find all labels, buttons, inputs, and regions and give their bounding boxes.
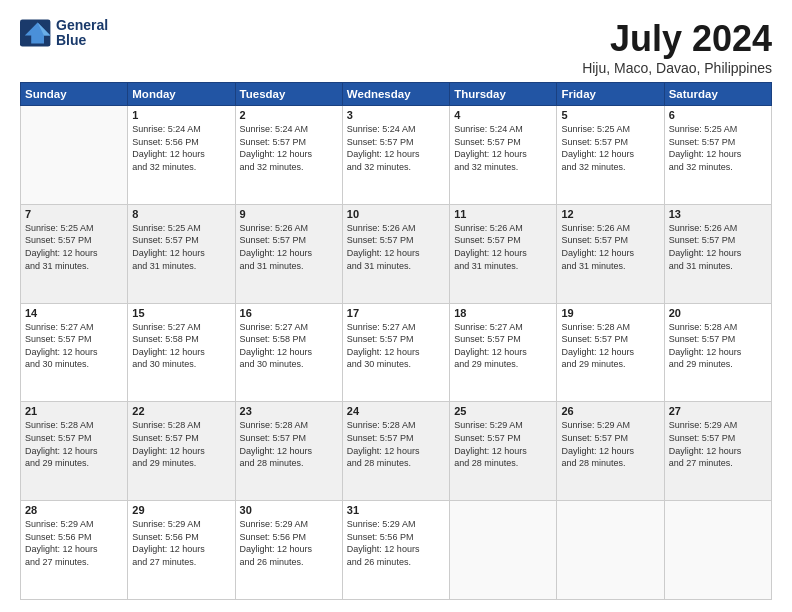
calendar-cell: 19Sunrise: 5:28 AMSunset: 5:57 PMDayligh… xyxy=(557,303,664,402)
header: General Blue July 2024 Hiju, Maco, Davao… xyxy=(20,18,772,76)
day-number: 20 xyxy=(669,307,767,319)
day-number: 12 xyxy=(561,208,659,220)
calendar-header-tuesday: Tuesday xyxy=(235,83,342,106)
calendar-cell: 8Sunrise: 5:25 AMSunset: 5:57 PMDaylight… xyxy=(128,204,235,303)
calendar-table: SundayMondayTuesdayWednesdayThursdayFrid… xyxy=(20,82,772,600)
day-number: 22 xyxy=(132,405,230,417)
day-number: 25 xyxy=(454,405,552,417)
logo-text: General Blue xyxy=(56,18,108,49)
logo-line1: General xyxy=(56,18,108,33)
month-title: July 2024 xyxy=(582,18,772,60)
calendar-cell: 20Sunrise: 5:28 AMSunset: 5:57 PMDayligh… xyxy=(664,303,771,402)
day-info: Sunrise: 5:25 AMSunset: 5:57 PMDaylight:… xyxy=(669,123,767,173)
calendar-week-row: 7Sunrise: 5:25 AMSunset: 5:57 PMDaylight… xyxy=(21,204,772,303)
calendar-header-friday: Friday xyxy=(557,83,664,106)
day-info: Sunrise: 5:27 AMSunset: 5:58 PMDaylight:… xyxy=(132,321,230,371)
day-number: 8 xyxy=(132,208,230,220)
calendar-header-sunday: Sunday xyxy=(21,83,128,106)
calendar-cell xyxy=(21,106,128,205)
day-info: Sunrise: 5:26 AMSunset: 5:57 PMDaylight:… xyxy=(347,222,445,272)
day-info: Sunrise: 5:27 AMSunset: 5:57 PMDaylight:… xyxy=(347,321,445,371)
day-info: Sunrise: 5:29 AMSunset: 5:56 PMDaylight:… xyxy=(240,518,338,568)
day-info: Sunrise: 5:24 AMSunset: 5:57 PMDaylight:… xyxy=(240,123,338,173)
calendar-cell: 24Sunrise: 5:28 AMSunset: 5:57 PMDayligh… xyxy=(342,402,449,501)
day-number: 26 xyxy=(561,405,659,417)
day-number: 10 xyxy=(347,208,445,220)
calendar-cell: 14Sunrise: 5:27 AMSunset: 5:57 PMDayligh… xyxy=(21,303,128,402)
logo: General Blue xyxy=(20,18,108,49)
calendar-cell: 15Sunrise: 5:27 AMSunset: 5:58 PMDayligh… xyxy=(128,303,235,402)
day-number: 2 xyxy=(240,109,338,121)
calendar-cell: 17Sunrise: 5:27 AMSunset: 5:57 PMDayligh… xyxy=(342,303,449,402)
day-number: 9 xyxy=(240,208,338,220)
day-number: 30 xyxy=(240,504,338,516)
calendar-cell: 25Sunrise: 5:29 AMSunset: 5:57 PMDayligh… xyxy=(450,402,557,501)
day-info: Sunrise: 5:29 AMSunset: 5:56 PMDaylight:… xyxy=(132,518,230,568)
day-number: 6 xyxy=(669,109,767,121)
calendar-cell: 31Sunrise: 5:29 AMSunset: 5:56 PMDayligh… xyxy=(342,501,449,600)
day-number: 5 xyxy=(561,109,659,121)
calendar-header-monday: Monday xyxy=(128,83,235,106)
logo-line2: Blue xyxy=(56,33,108,48)
day-number: 4 xyxy=(454,109,552,121)
calendar-cell xyxy=(557,501,664,600)
calendar-cell: 26Sunrise: 5:29 AMSunset: 5:57 PMDayligh… xyxy=(557,402,664,501)
day-info: Sunrise: 5:27 AMSunset: 5:58 PMDaylight:… xyxy=(240,321,338,371)
calendar-week-row: 14Sunrise: 5:27 AMSunset: 5:57 PMDayligh… xyxy=(21,303,772,402)
calendar-cell: 7Sunrise: 5:25 AMSunset: 5:57 PMDaylight… xyxy=(21,204,128,303)
day-info: Sunrise: 5:26 AMSunset: 5:57 PMDaylight:… xyxy=(240,222,338,272)
day-info: Sunrise: 5:25 AMSunset: 5:57 PMDaylight:… xyxy=(561,123,659,173)
day-info: Sunrise: 5:26 AMSunset: 5:57 PMDaylight:… xyxy=(669,222,767,272)
day-info: Sunrise: 5:27 AMSunset: 5:57 PMDaylight:… xyxy=(454,321,552,371)
calendar-cell: 21Sunrise: 5:28 AMSunset: 5:57 PMDayligh… xyxy=(21,402,128,501)
day-number: 16 xyxy=(240,307,338,319)
day-info: Sunrise: 5:25 AMSunset: 5:57 PMDaylight:… xyxy=(132,222,230,272)
day-info: Sunrise: 5:26 AMSunset: 5:57 PMDaylight:… xyxy=(454,222,552,272)
calendar-header-row: SundayMondayTuesdayWednesdayThursdayFrid… xyxy=(21,83,772,106)
day-number: 17 xyxy=(347,307,445,319)
calendar-cell: 23Sunrise: 5:28 AMSunset: 5:57 PMDayligh… xyxy=(235,402,342,501)
calendar-cell: 30Sunrise: 5:29 AMSunset: 5:56 PMDayligh… xyxy=(235,501,342,600)
calendar-cell: 29Sunrise: 5:29 AMSunset: 5:56 PMDayligh… xyxy=(128,501,235,600)
day-number: 15 xyxy=(132,307,230,319)
calendar-cell xyxy=(450,501,557,600)
day-info: Sunrise: 5:24 AMSunset: 5:56 PMDaylight:… xyxy=(132,123,230,173)
day-number: 21 xyxy=(25,405,123,417)
calendar-cell: 27Sunrise: 5:29 AMSunset: 5:57 PMDayligh… xyxy=(664,402,771,501)
calendar-cell: 22Sunrise: 5:28 AMSunset: 5:57 PMDayligh… xyxy=(128,402,235,501)
day-info: Sunrise: 5:29 AMSunset: 5:56 PMDaylight:… xyxy=(347,518,445,568)
title-area: July 2024 Hiju, Maco, Davao, Philippines xyxy=(582,18,772,76)
calendar-cell: 3Sunrise: 5:24 AMSunset: 5:57 PMDaylight… xyxy=(342,106,449,205)
calendar-cell: 12Sunrise: 5:26 AMSunset: 5:57 PMDayligh… xyxy=(557,204,664,303)
calendar-cell: 1Sunrise: 5:24 AMSunset: 5:56 PMDaylight… xyxy=(128,106,235,205)
day-number: 13 xyxy=(669,208,767,220)
day-number: 24 xyxy=(347,405,445,417)
day-info: Sunrise: 5:28 AMSunset: 5:57 PMDaylight:… xyxy=(132,419,230,469)
day-number: 23 xyxy=(240,405,338,417)
calendar-week-row: 21Sunrise: 5:28 AMSunset: 5:57 PMDayligh… xyxy=(21,402,772,501)
calendar-cell: 10Sunrise: 5:26 AMSunset: 5:57 PMDayligh… xyxy=(342,204,449,303)
page: General Blue July 2024 Hiju, Maco, Davao… xyxy=(0,0,792,612)
day-info: Sunrise: 5:29 AMSunset: 5:57 PMDaylight:… xyxy=(561,419,659,469)
day-info: Sunrise: 5:28 AMSunset: 5:57 PMDaylight:… xyxy=(669,321,767,371)
calendar-cell: 13Sunrise: 5:26 AMSunset: 5:57 PMDayligh… xyxy=(664,204,771,303)
day-info: Sunrise: 5:26 AMSunset: 5:57 PMDaylight:… xyxy=(561,222,659,272)
calendar-cell: 4Sunrise: 5:24 AMSunset: 5:57 PMDaylight… xyxy=(450,106,557,205)
day-number: 11 xyxy=(454,208,552,220)
day-number: 14 xyxy=(25,307,123,319)
day-number: 28 xyxy=(25,504,123,516)
day-number: 19 xyxy=(561,307,659,319)
day-number: 7 xyxy=(25,208,123,220)
day-info: Sunrise: 5:29 AMSunset: 5:57 PMDaylight:… xyxy=(669,419,767,469)
calendar-cell xyxy=(664,501,771,600)
calendar-week-row: 1Sunrise: 5:24 AMSunset: 5:56 PMDaylight… xyxy=(21,106,772,205)
day-number: 31 xyxy=(347,504,445,516)
day-info: Sunrise: 5:29 AMSunset: 5:56 PMDaylight:… xyxy=(25,518,123,568)
day-info: Sunrise: 5:28 AMSunset: 5:57 PMDaylight:… xyxy=(240,419,338,469)
location: Hiju, Maco, Davao, Philippines xyxy=(582,60,772,76)
calendar-cell: 6Sunrise: 5:25 AMSunset: 5:57 PMDaylight… xyxy=(664,106,771,205)
day-number: 3 xyxy=(347,109,445,121)
calendar-header-saturday: Saturday xyxy=(664,83,771,106)
logo-icon xyxy=(20,19,52,47)
calendar-cell: 5Sunrise: 5:25 AMSunset: 5:57 PMDaylight… xyxy=(557,106,664,205)
